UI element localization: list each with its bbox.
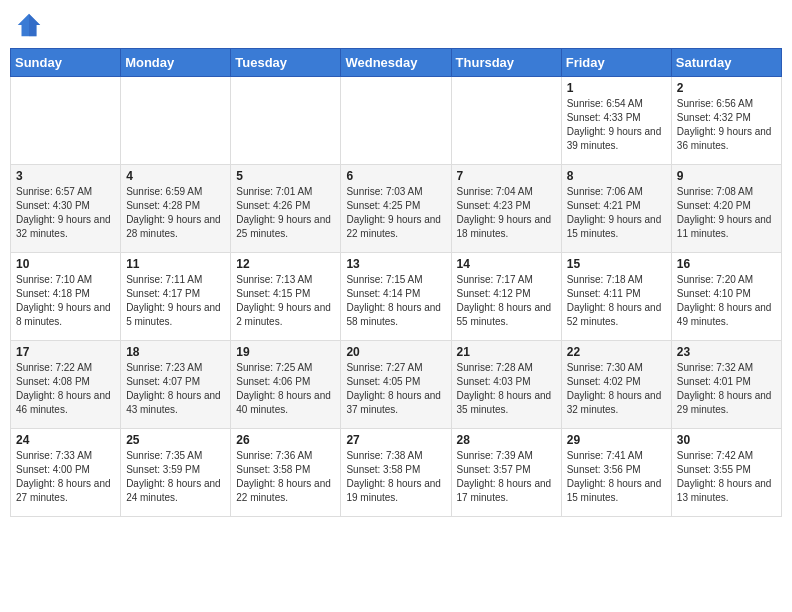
calendar-cell: 25Sunrise: 7:35 AM Sunset: 3:59 PM Dayli…	[121, 429, 231, 517]
day-number: 3	[16, 169, 115, 183]
day-detail: Sunrise: 7:20 AM Sunset: 4:10 PM Dayligh…	[677, 273, 776, 329]
day-detail: Sunrise: 7:32 AM Sunset: 4:01 PM Dayligh…	[677, 361, 776, 417]
day-detail: Sunrise: 6:56 AM Sunset: 4:32 PM Dayligh…	[677, 97, 776, 153]
calendar-cell: 10Sunrise: 7:10 AM Sunset: 4:18 PM Dayli…	[11, 253, 121, 341]
day-number: 11	[126, 257, 225, 271]
calendar-week-row: 24Sunrise: 7:33 AM Sunset: 4:00 PM Dayli…	[11, 429, 782, 517]
day-number: 25	[126, 433, 225, 447]
calendar-cell: 4Sunrise: 6:59 AM Sunset: 4:28 PM Daylig…	[121, 165, 231, 253]
calendar-cell: 8Sunrise: 7:06 AM Sunset: 4:21 PM Daylig…	[561, 165, 671, 253]
day-detail: Sunrise: 7:04 AM Sunset: 4:23 PM Dayligh…	[457, 185, 556, 241]
calendar-cell: 30Sunrise: 7:42 AM Sunset: 3:55 PM Dayli…	[671, 429, 781, 517]
day-detail: Sunrise: 7:25 AM Sunset: 4:06 PM Dayligh…	[236, 361, 335, 417]
day-number: 17	[16, 345, 115, 359]
day-number: 7	[457, 169, 556, 183]
calendar-cell: 27Sunrise: 7:38 AM Sunset: 3:58 PM Dayli…	[341, 429, 451, 517]
day-number: 27	[346, 433, 445, 447]
day-number: 20	[346, 345, 445, 359]
calendar-week-row: 10Sunrise: 7:10 AM Sunset: 4:18 PM Dayli…	[11, 253, 782, 341]
calendar-week-row: 1Sunrise: 6:54 AM Sunset: 4:33 PM Daylig…	[11, 77, 782, 165]
calendar-cell: 2Sunrise: 6:56 AM Sunset: 4:32 PM Daylig…	[671, 77, 781, 165]
day-number: 4	[126, 169, 225, 183]
day-number: 8	[567, 169, 666, 183]
calendar-cell: 14Sunrise: 7:17 AM Sunset: 4:12 PM Dayli…	[451, 253, 561, 341]
day-number: 9	[677, 169, 776, 183]
calendar-cell: 7Sunrise: 7:04 AM Sunset: 4:23 PM Daylig…	[451, 165, 561, 253]
day-detail: Sunrise: 7:41 AM Sunset: 3:56 PM Dayligh…	[567, 449, 666, 505]
day-detail: Sunrise: 7:30 AM Sunset: 4:02 PM Dayligh…	[567, 361, 666, 417]
day-number: 6	[346, 169, 445, 183]
svg-marker-1	[29, 14, 40, 37]
day-detail: Sunrise: 7:15 AM Sunset: 4:14 PM Dayligh…	[346, 273, 445, 329]
calendar-cell: 29Sunrise: 7:41 AM Sunset: 3:56 PM Dayli…	[561, 429, 671, 517]
day-number: 12	[236, 257, 335, 271]
calendar-cell: 26Sunrise: 7:36 AM Sunset: 3:58 PM Dayli…	[231, 429, 341, 517]
day-number: 24	[16, 433, 115, 447]
calendar-cell: 28Sunrise: 7:39 AM Sunset: 3:57 PM Dayli…	[451, 429, 561, 517]
calendar-cell	[11, 77, 121, 165]
calendar-cell: 15Sunrise: 7:18 AM Sunset: 4:11 PM Dayli…	[561, 253, 671, 341]
calendar-cell: 23Sunrise: 7:32 AM Sunset: 4:01 PM Dayli…	[671, 341, 781, 429]
day-of-week-header: Monday	[121, 49, 231, 77]
day-detail: Sunrise: 7:01 AM Sunset: 4:26 PM Dayligh…	[236, 185, 335, 241]
calendar-cell	[231, 77, 341, 165]
day-detail: Sunrise: 6:57 AM Sunset: 4:30 PM Dayligh…	[16, 185, 115, 241]
day-detail: Sunrise: 7:06 AM Sunset: 4:21 PM Dayligh…	[567, 185, 666, 241]
day-number: 13	[346, 257, 445, 271]
calendar-cell: 9Sunrise: 7:08 AM Sunset: 4:20 PM Daylig…	[671, 165, 781, 253]
day-detail: Sunrise: 7:42 AM Sunset: 3:55 PM Dayligh…	[677, 449, 776, 505]
day-number: 30	[677, 433, 776, 447]
day-detail: Sunrise: 7:38 AM Sunset: 3:58 PM Dayligh…	[346, 449, 445, 505]
calendar-body: 1Sunrise: 6:54 AM Sunset: 4:33 PM Daylig…	[11, 77, 782, 517]
day-number: 1	[567, 81, 666, 95]
day-detail: Sunrise: 7:39 AM Sunset: 3:57 PM Dayligh…	[457, 449, 556, 505]
day-detail: Sunrise: 7:08 AM Sunset: 4:20 PM Dayligh…	[677, 185, 776, 241]
day-detail: Sunrise: 7:22 AM Sunset: 4:08 PM Dayligh…	[16, 361, 115, 417]
day-of-week-header: Sunday	[11, 49, 121, 77]
day-number: 21	[457, 345, 556, 359]
calendar-cell	[341, 77, 451, 165]
day-number: 10	[16, 257, 115, 271]
calendar-cell: 5Sunrise: 7:01 AM Sunset: 4:26 PM Daylig…	[231, 165, 341, 253]
day-detail: Sunrise: 7:11 AM Sunset: 4:17 PM Dayligh…	[126, 273, 225, 329]
day-detail: Sunrise: 7:13 AM Sunset: 4:15 PM Dayligh…	[236, 273, 335, 329]
calendar-cell	[451, 77, 561, 165]
calendar-cell: 16Sunrise: 7:20 AM Sunset: 4:10 PM Dayli…	[671, 253, 781, 341]
day-number: 2	[677, 81, 776, 95]
calendar-week-row: 3Sunrise: 6:57 AM Sunset: 4:30 PM Daylig…	[11, 165, 782, 253]
calendar-cell: 21Sunrise: 7:28 AM Sunset: 4:03 PM Dayli…	[451, 341, 561, 429]
calendar-cell	[121, 77, 231, 165]
calendar: SundayMondayTuesdayWednesdayThursdayFrid…	[10, 48, 782, 517]
day-detail: Sunrise: 7:28 AM Sunset: 4:03 PM Dayligh…	[457, 361, 556, 417]
day-of-week-header: Saturday	[671, 49, 781, 77]
day-detail: Sunrise: 7:27 AM Sunset: 4:05 PM Dayligh…	[346, 361, 445, 417]
day-number: 26	[236, 433, 335, 447]
day-number: 15	[567, 257, 666, 271]
day-detail: Sunrise: 7:03 AM Sunset: 4:25 PM Dayligh…	[346, 185, 445, 241]
day-detail: Sunrise: 6:59 AM Sunset: 4:28 PM Dayligh…	[126, 185, 225, 241]
logo	[14, 10, 48, 40]
calendar-cell: 19Sunrise: 7:25 AM Sunset: 4:06 PM Dayli…	[231, 341, 341, 429]
day-of-week-header: Tuesday	[231, 49, 341, 77]
day-detail: Sunrise: 7:23 AM Sunset: 4:07 PM Dayligh…	[126, 361, 225, 417]
calendar-cell: 22Sunrise: 7:30 AM Sunset: 4:02 PM Dayli…	[561, 341, 671, 429]
day-of-week-header: Wednesday	[341, 49, 451, 77]
calendar-cell: 6Sunrise: 7:03 AM Sunset: 4:25 PM Daylig…	[341, 165, 451, 253]
day-of-week-header: Thursday	[451, 49, 561, 77]
day-number: 5	[236, 169, 335, 183]
calendar-cell: 24Sunrise: 7:33 AM Sunset: 4:00 PM Dayli…	[11, 429, 121, 517]
day-number: 29	[567, 433, 666, 447]
page-header	[10, 10, 782, 40]
calendar-cell: 13Sunrise: 7:15 AM Sunset: 4:14 PM Dayli…	[341, 253, 451, 341]
day-number: 19	[236, 345, 335, 359]
calendar-cell: 1Sunrise: 6:54 AM Sunset: 4:33 PM Daylig…	[561, 77, 671, 165]
day-number: 16	[677, 257, 776, 271]
day-number: 23	[677, 345, 776, 359]
calendar-week-row: 17Sunrise: 7:22 AM Sunset: 4:08 PM Dayli…	[11, 341, 782, 429]
day-detail: Sunrise: 7:33 AM Sunset: 4:00 PM Dayligh…	[16, 449, 115, 505]
day-detail: Sunrise: 7:17 AM Sunset: 4:12 PM Dayligh…	[457, 273, 556, 329]
day-detail: Sunrise: 7:10 AM Sunset: 4:18 PM Dayligh…	[16, 273, 115, 329]
calendar-cell: 20Sunrise: 7:27 AM Sunset: 4:05 PM Dayli…	[341, 341, 451, 429]
day-number: 28	[457, 433, 556, 447]
calendar-header: SundayMondayTuesdayWednesdayThursdayFrid…	[11, 49, 782, 77]
